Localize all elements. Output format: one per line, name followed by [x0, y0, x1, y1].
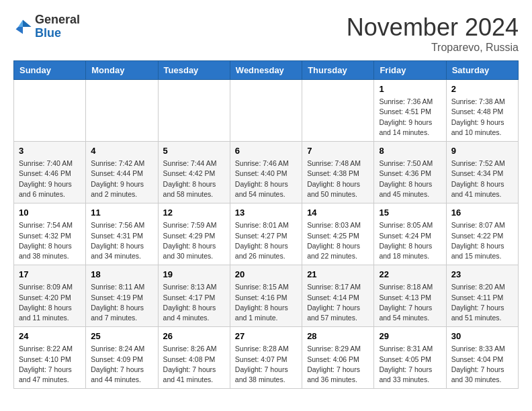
day-info: Sunrise: 7:52 AM Sunset: 4:34 PM Dayligh… [451, 158, 513, 199]
calendar-week-2: 3Sunrise: 7:40 AM Sunset: 4:46 PM Daylig… [14, 142, 519, 203]
day-info: Sunrise: 7:56 AM Sunset: 4:31 PM Dayligh… [91, 220, 152, 261]
day-number: 13 [235, 207, 297, 219]
weekday-header-row: SundayMondayTuesdayWednesdayThursdayFrid… [14, 61, 519, 80]
day-info: Sunrise: 7:48 AM Sunset: 4:38 PM Dayligh… [307, 158, 369, 199]
day-info: Sunrise: 8:11 AM Sunset: 4:19 PM Dayligh… [91, 282, 152, 323]
day-info: Sunrise: 8:09 AM Sunset: 4:20 PM Dayligh… [19, 282, 81, 323]
day-info: Sunrise: 8:18 AM Sunset: 4:13 PM Dayligh… [379, 282, 441, 323]
calendar-cell: 18Sunrise: 8:11 AM Sunset: 4:19 PM Dayli… [86, 265, 158, 327]
calendar-cell: 24Sunrise: 8:22 AM Sunset: 4:10 PM Dayli… [14, 327, 86, 389]
day-number: 6 [235, 145, 297, 157]
calendar-cell: 28Sunrise: 8:29 AM Sunset: 4:06 PM Dayli… [302, 327, 374, 389]
day-number: 22 [379, 269, 441, 281]
day-info: Sunrise: 7:42 AM Sunset: 4:44 PM Dayligh… [91, 158, 152, 199]
location: Troparevo, Russia [347, 42, 519, 54]
day-number: 14 [307, 207, 369, 219]
calendar-cell: 17Sunrise: 8:09 AM Sunset: 4:20 PM Dayli… [14, 265, 86, 327]
calendar-cell: 23Sunrise: 8:20 AM Sunset: 4:11 PM Dayli… [446, 265, 518, 327]
day-number: 20 [235, 269, 297, 281]
logo: General Blue [13, 13, 80, 40]
svg-marker-2 [16, 27, 24, 34]
day-number: 12 [163, 207, 225, 219]
logo-text: General Blue [35, 13, 80, 40]
day-number: 16 [451, 207, 513, 219]
day-number: 19 [163, 269, 225, 281]
day-info: Sunrise: 8:05 AM Sunset: 4:24 PM Dayligh… [379, 220, 441, 261]
day-number: 30 [451, 330, 513, 342]
day-info: Sunrise: 8:28 AM Sunset: 4:07 PM Dayligh… [235, 344, 297, 385]
day-info: Sunrise: 8:29 AM Sunset: 4:06 PM Dayligh… [307, 344, 369, 385]
weekday-header-saturday: Saturday [446, 61, 518, 80]
calendar-week-4: 17Sunrise: 8:09 AM Sunset: 4:20 PM Dayli… [14, 265, 519, 327]
day-number: 8 [379, 145, 441, 157]
title-block: November 2024 Troparevo, Russia [347, 13, 519, 54]
calendar-cell [302, 80, 374, 142]
day-info: Sunrise: 7:54 AM Sunset: 4:32 PM Dayligh… [19, 220, 81, 261]
calendar-cell: 7Sunrise: 7:48 AM Sunset: 4:38 PM Daylig… [302, 142, 374, 203]
calendar-cell: 3Sunrise: 7:40 AM Sunset: 4:46 PM Daylig… [14, 142, 86, 203]
weekday-header-monday: Monday [86, 61, 158, 80]
calendar-cell: 29Sunrise: 8:31 AM Sunset: 4:05 PM Dayli… [374, 327, 446, 389]
day-info: Sunrise: 8:20 AM Sunset: 4:11 PM Dayligh… [451, 282, 513, 323]
calendar-cell: 25Sunrise: 8:24 AM Sunset: 4:09 PM Dayli… [86, 327, 158, 389]
day-info: Sunrise: 8:13 AM Sunset: 4:17 PM Dayligh… [163, 282, 225, 323]
day-number: 7 [307, 145, 369, 157]
calendar-cell: 1Sunrise: 7:36 AM Sunset: 4:51 PM Daylig… [374, 80, 446, 142]
day-info: Sunrise: 8:33 AM Sunset: 4:04 PM Dayligh… [451, 344, 513, 385]
day-number: 2 [451, 83, 513, 95]
weekday-header-thursday: Thursday [302, 61, 374, 80]
calendar-table: SundayMondayTuesdayWednesdayThursdayFrid… [13, 60, 519, 389]
calendar-cell [14, 80, 86, 142]
calendar-cell: 27Sunrise: 8:28 AM Sunset: 4:07 PM Dayli… [230, 327, 302, 389]
weekday-header-tuesday: Tuesday [158, 61, 230, 80]
weekday-header-wednesday: Wednesday [230, 61, 302, 80]
day-number: 5 [163, 145, 225, 157]
weekday-header-friday: Friday [374, 61, 446, 80]
calendar-cell [158, 80, 230, 142]
day-number: 26 [163, 330, 225, 342]
day-number: 21 [307, 269, 369, 281]
calendar-week-5: 24Sunrise: 8:22 AM Sunset: 4:10 PM Dayli… [14, 327, 519, 389]
day-info: Sunrise: 7:59 AM Sunset: 4:29 PM Dayligh… [163, 220, 225, 261]
calendar-cell: 14Sunrise: 8:03 AM Sunset: 4:25 PM Dayli… [302, 203, 374, 265]
logo-general-text: General [35, 13, 80, 27]
day-number: 24 [19, 330, 81, 342]
day-info: Sunrise: 7:40 AM Sunset: 4:46 PM Dayligh… [19, 158, 81, 199]
day-info: Sunrise: 8:26 AM Sunset: 4:08 PM Dayligh… [163, 344, 225, 385]
calendar-cell: 21Sunrise: 8:17 AM Sunset: 4:14 PM Dayli… [302, 265, 374, 327]
day-info: Sunrise: 8:15 AM Sunset: 4:16 PM Dayligh… [235, 282, 297, 323]
day-number: 17 [19, 269, 81, 281]
day-info: Sunrise: 7:46 AM Sunset: 4:40 PM Dayligh… [235, 158, 297, 199]
day-number: 4 [91, 145, 152, 157]
day-info: Sunrise: 7:50 AM Sunset: 4:36 PM Dayligh… [379, 158, 441, 199]
calendar-cell: 19Sunrise: 8:13 AM Sunset: 4:17 PM Dayli… [158, 265, 230, 327]
calendar-cell: 6Sunrise: 7:46 AM Sunset: 4:40 PM Daylig… [230, 142, 302, 203]
page-header: General Blue November 2024 Troparevo, Ru… [13, 13, 519, 54]
calendar-cell: 11Sunrise: 7:56 AM Sunset: 4:31 PM Dayli… [86, 203, 158, 265]
calendar-cell [230, 80, 302, 142]
calendar-cell: 15Sunrise: 8:05 AM Sunset: 4:24 PM Dayli… [374, 203, 446, 265]
day-info: Sunrise: 8:24 AM Sunset: 4:09 PM Dayligh… [91, 344, 152, 385]
day-info: Sunrise: 8:17 AM Sunset: 4:14 PM Dayligh… [307, 282, 369, 323]
calendar-week-1: 1Sunrise: 7:36 AM Sunset: 4:51 PM Daylig… [14, 80, 519, 142]
calendar-week-3: 10Sunrise: 7:54 AM Sunset: 4:32 PM Dayli… [14, 203, 519, 265]
svg-marker-1 [18, 19, 23, 27]
month-title: November 2024 [347, 13, 519, 42]
calendar-cell: 2Sunrise: 7:38 AM Sunset: 4:48 PM Daylig… [446, 80, 518, 142]
logo-icon [13, 17, 32, 36]
calendar-cell: 10Sunrise: 7:54 AM Sunset: 4:32 PM Dayli… [14, 203, 86, 265]
calendar-cell: 5Sunrise: 7:44 AM Sunset: 4:42 PM Daylig… [158, 142, 230, 203]
logo-blue-text: Blue [35, 27, 80, 40]
calendar-cell: 20Sunrise: 8:15 AM Sunset: 4:16 PM Dayli… [230, 265, 302, 327]
svg-marker-0 [23, 19, 32, 27]
day-number: 1 [379, 83, 441, 95]
calendar-cell: 8Sunrise: 7:50 AM Sunset: 4:36 PM Daylig… [374, 142, 446, 203]
calendar-cell: 22Sunrise: 8:18 AM Sunset: 4:13 PM Dayli… [374, 265, 446, 327]
day-info: Sunrise: 7:36 AM Sunset: 4:51 PM Dayligh… [379, 97, 441, 138]
calendar-cell [86, 80, 158, 142]
day-number: 18 [91, 269, 152, 281]
calendar-cell: 9Sunrise: 7:52 AM Sunset: 4:34 PM Daylig… [446, 142, 518, 203]
day-number: 27 [235, 330, 297, 342]
calendar-cell: 13Sunrise: 8:01 AM Sunset: 4:27 PM Dayli… [230, 203, 302, 265]
day-number: 10 [19, 207, 81, 219]
